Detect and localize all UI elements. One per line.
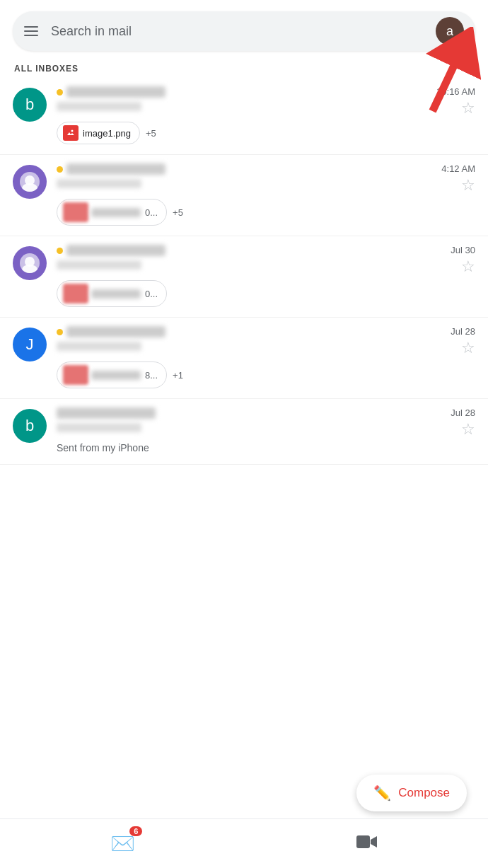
star-icon[interactable]: ☆ [455, 420, 475, 437]
attachment-thumb [63, 125, 79, 141]
attachment-more-count: +5 [146, 128, 156, 139]
mail-icon: ✉️ [110, 833, 135, 855]
mail-badge-count: 6 [129, 826, 142, 836]
attachment-name-blur [91, 208, 141, 217]
video-icon [356, 833, 378, 855]
sender-name [57, 163, 165, 175]
star-icon[interactable]: ☆ [455, 257, 475, 274]
email-subject [57, 179, 455, 190]
svg-rect-2 [66, 128, 76, 138]
email-subject [57, 260, 455, 272]
email-list: b 10:16 AM ☆ image1.p [0, 78, 488, 465]
search-bar[interactable]: Search in mail a [13, 11, 475, 51]
email-time: 4:12 AM [441, 163, 475, 174]
avatar [13, 165, 47, 199]
mail-icon-wrap: ✉️ 6 [110, 832, 135, 855]
sender-name [57, 326, 165, 337]
attachments-row: image1.png +5 [57, 122, 475, 144]
email-item[interactable]: b 10:16 AM ☆ image1.p [0, 78, 488, 155]
attachment-name: image1.png [83, 128, 131, 139]
attachment-thumb [63, 202, 88, 222]
email-subject [57, 102, 455, 113]
svg-rect-4 [356, 835, 370, 848]
sender-name [57, 245, 165, 256]
unread-indicator [57, 248, 63, 254]
star-icon[interactable]: ☆ [455, 339, 475, 356]
avatar: J [13, 328, 47, 361]
email-snippet: Sent from my iPhone [57, 442, 149, 453]
attachment-more-count: +1 [173, 370, 183, 381]
attachment-chip[interactable]: image1.png [57, 122, 140, 144]
star-icon[interactable]: ☆ [455, 99, 475, 116]
email-item[interactable]: b Jul 28 ☆ Sent from my iPhone [0, 399, 488, 465]
attachments-row: 0... +5 [57, 199, 475, 226]
user-avatar-button[interactable]: a [436, 17, 464, 45]
avatar [13, 246, 47, 280]
email-item[interactable]: J Jul 28 ☆ 8... + [0, 318, 488, 399]
avatar: b [13, 88, 47, 122]
attachment-name-blur [91, 289, 141, 299]
email-item[interactable]: 4:12 AM ☆ 0... +5 [0, 155, 488, 236]
email-item[interactable]: Jul 30 ☆ 0... [0, 236, 488, 318]
email-content: Jul 28 ☆ Sent from my iPhone [57, 407, 475, 454]
email-content: Jul 30 ☆ 0... [57, 245, 475, 307]
attachment-thumb [63, 365, 88, 385]
attachment-name-blur [91, 371, 141, 380]
attachment-chip[interactable]: 8... [57, 361, 167, 388]
nav-meet[interactable] [335, 827, 399, 860]
attachment-thumb [63, 284, 88, 303]
email-time: 10:16 AM [436, 86, 475, 97]
bottom-navigation: ✉️ 6 [0, 818, 488, 868]
attachment-chip[interactable]: 0... [57, 199, 167, 226]
nav-mail[interactable]: ✉️ 6 [89, 826, 156, 861]
compose-pencil-icon: ✏️ [373, 785, 391, 802]
attachments-row: 0... [57, 280, 475, 307]
unread-indicator [57, 329, 63, 335]
email-subject [57, 342, 455, 353]
avatar: b [13, 409, 47, 443]
attachments-row: 8... +1 [57, 361, 475, 388]
email-content: 10:16 AM ☆ image1.png +5 [57, 86, 475, 144]
email-subject [57, 423, 455, 434]
email-time: Jul 28 [451, 326, 475, 337]
search-placeholder[interactable]: Search in mail [51, 24, 436, 39]
sender-name [57, 86, 165, 98]
unread-indicator [57, 89, 63, 96]
attachment-chip[interactable]: 0... [57, 280, 167, 307]
email-content: Jul 28 ☆ 8... +1 [57, 326, 475, 388]
menu-icon[interactable] [24, 26, 38, 36]
star-icon[interactable]: ☆ [455, 176, 475, 193]
section-label: ALL INBOXES [0, 57, 488, 78]
sender-name [57, 407, 156, 419]
compose-label: Compose [398, 786, 450, 800]
email-time: Jul 30 [451, 245, 475, 255]
unread-indicator [57, 166, 63, 173]
svg-point-3 [71, 130, 74, 132]
compose-button[interactable]: ✏️ Compose [356, 775, 467, 811]
email-content: 4:12 AM ☆ 0... +5 [57, 163, 475, 226]
attachment-more-count: +5 [173, 207, 183, 218]
email-time: Jul 28 [451, 407, 475, 418]
